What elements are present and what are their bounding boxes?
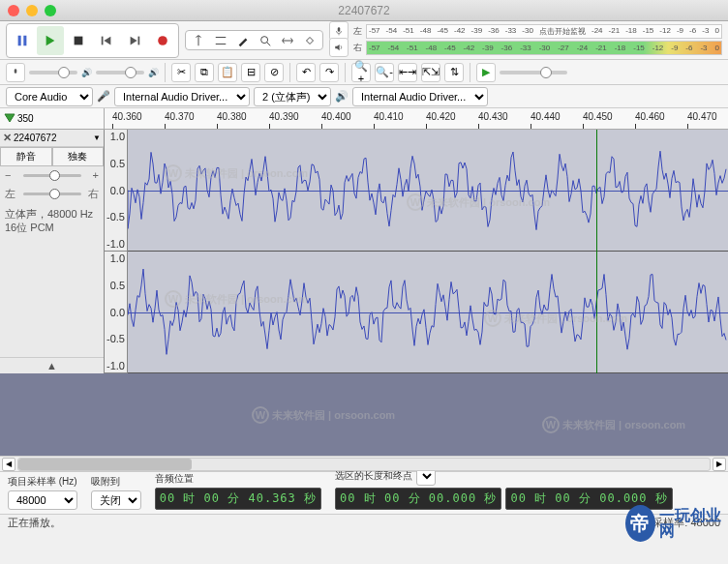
mute-button[interactable]: 静音 <box>0 147 52 166</box>
horizontal-scrollbar[interactable]: ◀ ▶ <box>0 456 728 471</box>
mic-volume-icon <box>6 63 25 82</box>
track-control-panel: ✕ 22407672 ▼ 静音 独奏 −+ 左右 立体声，48000 Hz16位… <box>0 130 105 373</box>
actual-rate: 48000 <box>690 517 720 528</box>
pause-button[interactable] <box>9 26 36 55</box>
titlebar: 22407672 <box>0 0 728 21</box>
redo-button[interactable]: ↷ <box>319 63 339 82</box>
skip-end-button[interactable] <box>121 26 148 55</box>
cursor-position: 350 <box>17 113 34 124</box>
scroll-thumb[interactable] <box>18 459 192 470</box>
gain-slider[interactable] <box>23 174 81 177</box>
zoom-in-button[interactable]: 🔍+ <box>351 63 371 82</box>
record-channels-select[interactable]: 2 (立体声) <box>254 87 331 106</box>
zoom-tool-button[interactable] <box>255 33 276 47</box>
solo-button[interactable]: 独奏 <box>52 147 105 166</box>
envelope-tool-button[interactable] <box>210 33 231 47</box>
stop-button[interactable] <box>65 26 92 55</box>
timeline-ruler[interactable]: 350 40.36040.37040.38040.39040.40040.410… <box>0 108 728 130</box>
audio-position-field[interactable]: 00 时 00 分 40.363 秒 <box>155 488 321 510</box>
svg-point-5 <box>158 36 167 45</box>
track-menu-dropdown[interactable]: ▼ <box>93 134 101 142</box>
zoom-toggle-button[interactable]: ⇅ <box>444 63 464 82</box>
record-meter[interactable]: -57-54-51-48-45-42-39-36-33-30点击开始监视-24-… <box>366 24 722 39</box>
playback-meter[interactable]: -57-54-51-48-45-42-39-36-33-30-27-24-21-… <box>366 41 722 55</box>
window-title: 22407672 <box>0 4 728 17</box>
zoom-out-button[interactable]: 🔍- <box>375 63 394 82</box>
play-speed-slider[interactable] <box>500 71 567 74</box>
mixer-toolbar: 🔊 🔊 ✂ ⧉ 📋 ⊟ ⊘ ↶ ↷ 🔍+ 🔍- ⇤⇥ ⇱⇲ ⇅ ▶ <box>0 60 728 85</box>
selection-end-field[interactable]: 00 时 00 分 00.000 秒 <box>505 488 672 510</box>
meter-left-label: 左 <box>351 25 363 38</box>
draw-tool-button[interactable] <box>232 33 254 47</box>
trim-button[interactable]: ⊟ <box>241 63 260 82</box>
timeshift-tool-button[interactable] <box>277 33 298 47</box>
device-toolbar: Core Audio 🎤 Internal Audio Driver... 2 … <box>0 85 728 108</box>
project-rate-select[interactable]: 48000 <box>8 490 77 510</box>
fit-selection-button[interactable]: ⇤⇥ <box>398 63 417 82</box>
silence-button[interactable]: ⊘ <box>264 63 284 82</box>
play-button[interactable] <box>37 26 64 55</box>
scroll-right-button[interactable]: ▶ <box>713 458 726 471</box>
svg-rect-7 <box>338 27 341 31</box>
waveform-display[interactable] <box>128 130 728 373</box>
multi-tool-button[interactable] <box>299 33 320 47</box>
scroll-left-button[interactable]: ◀ <box>2 458 15 471</box>
svg-point-6 <box>261 36 268 43</box>
transport-toolbar: 左 -57-54-51-48-45-42-39-36-33-30点击开始监视-2… <box>0 21 728 60</box>
speaker-meter-icon[interactable] <box>329 38 349 57</box>
track-area: ✕ 22407672 ▼ 静音 独奏 −+ 左右 立体声，48000 Hz16位… <box>0 130 728 373</box>
audio-host-select[interactable]: Core Audio <box>6 87 93 106</box>
svg-rect-4 <box>138 36 140 45</box>
speaker-device-icon: 🔊 <box>335 90 349 103</box>
track-collapse-button[interactable]: ▲ <box>0 357 104 373</box>
playhead-cursor <box>596 130 597 373</box>
empty-track-area[interactable] <box>0 373 728 456</box>
svg-rect-3 <box>102 36 104 45</box>
vertical-scale: 1.00.50.0-0.5-1.0 1.00.50.0-0.5-1.0 <box>105 130 128 373</box>
pan-slider[interactable] <box>23 193 81 195</box>
copy-button[interactable]: ⧉ <box>195 63 214 82</box>
fit-project-button[interactable]: ⇱⇲ <box>421 63 440 82</box>
status-message: 正在播放。 <box>8 516 61 530</box>
play-at-speed-button[interactable]: ▶ <box>476 63 496 82</box>
svg-rect-0 <box>18 35 21 45</box>
status-bar: 正在播放。 实际采样率: 48000 <box>0 514 728 531</box>
svg-rect-2 <box>75 36 83 45</box>
snap-select[interactable]: 关闭 <box>91 490 141 510</box>
svg-rect-1 <box>23 35 26 45</box>
track-format-info: 立体声，48000 Hz16位 PCM <box>0 204 104 238</box>
snap-label: 吸附到 <box>91 475 141 489</box>
undo-button[interactable]: ↶ <box>296 63 316 82</box>
selection-start-field[interactable]: 00 时 00 分 00.000 秒 <box>335 488 501 510</box>
project-rate-label: 项目采样率 (Hz) <box>8 475 77 489</box>
paste-button[interactable]: 📋 <box>218 63 237 82</box>
skip-start-button[interactable] <box>93 26 120 55</box>
svg-rect-8 <box>15 69 17 73</box>
track-close-button[interactable]: ✕ <box>3 132 12 144</box>
record-button[interactable] <box>149 26 176 55</box>
cut-button[interactable]: ✂ <box>171 63 191 82</box>
audio-position-label: 音频位置 <box>155 472 321 486</box>
selection-length-label: 选区的长度和终点 <box>335 469 412 483</box>
meter-right-label: 右 <box>351 42 363 54</box>
record-device-select[interactable]: Internal Audio Driver... <box>114 87 250 106</box>
mic-device-icon: 🎤 <box>97 90 110 103</box>
record-volume-slider[interactable] <box>29 71 77 74</box>
playback-volume-slider[interactable] <box>96 71 144 74</box>
selection-tool-button[interactable] <box>188 33 209 47</box>
selection-toolbar: 项目采样率 (Hz) 48000 吸附到 关闭 音频位置 00 时 00 分 4… <box>0 471 728 514</box>
playback-device-select[interactable]: Internal Audio Driver... <box>352 87 488 106</box>
track-name[interactable]: 22407672 <box>14 133 91 143</box>
